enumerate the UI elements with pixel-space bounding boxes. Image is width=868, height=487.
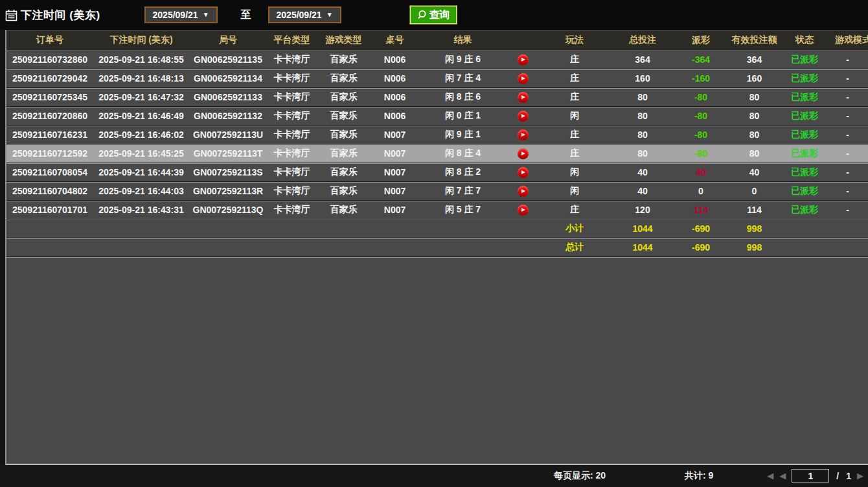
cell-game-type: 百家乐 [317, 144, 371, 163]
cell-payout: -80 [675, 144, 727, 163]
cell-payout: -80 [675, 126, 727, 144]
grand-total-row: 总计 1044 -690 998 [6, 238, 868, 257]
cell-game-mode: - [827, 182, 868, 201]
cell-payout: -364 [675, 51, 727, 69]
table-row[interactable]: 250921160704802 2025-09-21 16:44:03 GN00… [6, 182, 868, 201]
replay-video-icon[interactable] [518, 186, 529, 197]
replay-video-icon[interactable] [518, 54, 529, 65]
table-row[interactable]: 250921160701701 2025-09-21 16:43:31 GN00… [6, 201, 868, 220]
col-header-play: 玩法 [539, 30, 610, 51]
cell-game-type: 百家乐 [317, 69, 371, 88]
cell-order-id: 250921160716231 [6, 126, 93, 144]
col-header-payout: 派彩 [675, 30, 727, 51]
replay-video-icon[interactable] [518, 92, 529, 103]
cell-table-no: N007 [371, 126, 419, 144]
cell-total-bet: 80 [610, 107, 675, 126]
col-header-replay [507, 30, 539, 51]
cell-game-type: 百家乐 [317, 201, 371, 220]
table-row[interactable]: 250921160712592 2025-09-21 16:45:25 GN00… [6, 144, 868, 163]
prev-page-icon[interactable]: ◀ [779, 471, 786, 480]
cell-result: 闲 8 庄 4 [419, 144, 507, 163]
cell-result: 闲 5 庄 7 [419, 201, 507, 220]
cell-order-id: 250921160708054 [6, 163, 93, 182]
table-row[interactable]: 250921160725345 2025-09-21 16:47:32 GN00… [6, 88, 868, 107]
cell-status: 已派彩 [782, 107, 827, 126]
cell-status: 已派彩 [782, 126, 827, 144]
page-number-input[interactable] [792, 469, 829, 482]
cell-bet-time: 2025-09-21 16:46:49 [93, 107, 189, 126]
cell-table-no: N007 [371, 144, 419, 163]
cell-valid-bet: 114 [727, 201, 782, 220]
replay-video-icon[interactable] [518, 148, 529, 159]
cell-platform: 卡卡湾厅 [267, 201, 317, 220]
grand-total-payout: -690 [675, 238, 727, 257]
cell-bet-time: 2025-09-21 16:48:13 [93, 69, 189, 88]
grand-total-total-bet: 1044 [610, 238, 675, 257]
cell-result: 闲 9 庄 6 [419, 51, 507, 69]
cell-game-mode: - [827, 88, 868, 107]
table-row[interactable]: 250921160729042 2025-09-21 16:48:13 GN00… [6, 69, 868, 88]
chevron-down-icon: ▼ [203, 12, 209, 18]
table-row[interactable]: 250921160720860 2025-09-21 16:46:49 GN00… [6, 107, 868, 126]
cell-table-no: N006 [371, 88, 419, 107]
cell-play: 闲 [539, 163, 610, 182]
cell-bet-time: 2025-09-21 16:44:39 [93, 163, 189, 182]
replay-video-icon[interactable] [518, 73, 529, 84]
cell-replay [507, 126, 539, 144]
cell-replay [507, 163, 539, 182]
cell-valid-bet: 80 [727, 126, 782, 144]
cell-bet-time: 2025-09-21 16:44:03 [93, 182, 189, 201]
cell-result: 闲 7 庄 4 [419, 69, 507, 88]
cell-table-no: N007 [371, 201, 419, 220]
cell-order-id: 250921160720860 [6, 107, 93, 126]
grand-total-label: 总计 [539, 238, 610, 257]
col-header-round-id: 局号 [189, 30, 267, 51]
cell-play: 闲 [539, 182, 610, 201]
col-header-table-no: 桌号 [371, 30, 419, 51]
cell-order-id: 250921160725345 [6, 88, 93, 107]
replay-video-icon[interactable] [518, 130, 529, 141]
cell-payout: -80 [675, 107, 727, 126]
cell-bet-time: 2025-09-21 16:46:02 [93, 126, 189, 144]
cell-valid-bet: 80 [727, 88, 782, 107]
cell-order-id: 250921160704802 [6, 182, 93, 201]
cell-result: 闲 9 庄 1 [419, 126, 507, 144]
cell-platform: 卡卡湾厅 [267, 88, 317, 107]
cell-status: 已派彩 [782, 69, 827, 88]
bet-records-table: 订单号 下注时间 (美东) 局号 平台类型 游戏类型 桌号 结果 玩法 总投注 … [5, 30, 868, 465]
table-header-row: 订单号 下注时间 (美东) 局号 平台类型 游戏类型 桌号 结果 玩法 总投注 … [6, 30, 868, 51]
date-from-select[interactable]: 2025/09/21 ▼ [144, 6, 218, 23]
cell-platform: 卡卡湾厅 [267, 163, 317, 182]
cell-status: 已派彩 [782, 201, 827, 220]
replay-video-icon[interactable] [518, 167, 529, 178]
table-row[interactable]: 250921160732860 2025-09-21 16:48:55 GN00… [6, 51, 868, 69]
cell-status: 已派彩 [782, 51, 827, 69]
col-header-bet-time: 下注时间 (美东) [93, 30, 189, 51]
cell-play: 庄 [539, 51, 610, 69]
cell-bet-time: 2025-09-21 16:45:25 [93, 144, 189, 163]
per-page-label: 每页显示: 20 [554, 470, 606, 482]
subtotal-payout: -690 [675, 220, 727, 238]
cell-valid-bet: 40 [727, 163, 782, 182]
query-button[interactable]: 查询 [410, 6, 457, 24]
table-row[interactable]: 250921160716231 2025-09-21 16:46:02 GN00… [6, 126, 868, 144]
subtotal-total-bet: 1044 [610, 220, 675, 238]
chevron-down-icon: ▼ [326, 12, 333, 18]
cell-game-mode: - [827, 69, 868, 88]
next-page-icon[interactable]: ▶ [857, 471, 863, 480]
empty-table-area [6, 257, 868, 451]
table-row[interactable]: 250921160708054 2025-09-21 16:44:39 GN00… [6, 163, 868, 182]
col-header-game-mode: 游戏模式 [827, 30, 868, 51]
col-header-total-bet: 总投注 [610, 30, 675, 51]
calendar-icon [5, 9, 17, 21]
replay-video-icon[interactable] [518, 205, 529, 216]
page-title: 下注时间 (美东) [21, 8, 100, 23]
date-to-value: 2025/09/21 [277, 10, 322, 20]
replay-video-icon[interactable] [518, 111, 529, 122]
cell-game-type: 百家乐 [317, 126, 371, 144]
to-label: 至 [241, 8, 251, 22]
first-page-icon[interactable]: ◀ [767, 471, 773, 480]
subtotal-row: 小计 1044 -690 998 [6, 220, 868, 238]
cell-total-bet: 364 [610, 51, 675, 69]
date-to-select[interactable]: 2025/09/21 ▼ [268, 6, 341, 23]
